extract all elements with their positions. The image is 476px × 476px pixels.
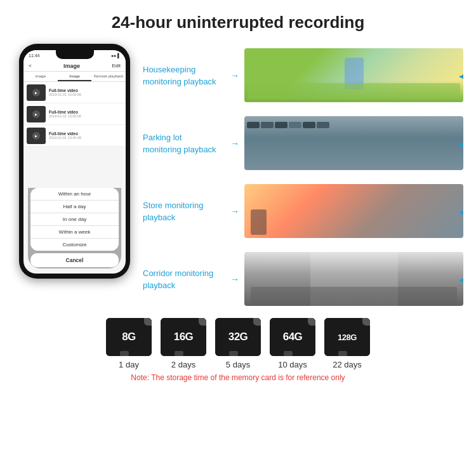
sd-size-8g: 8G: [122, 331, 136, 343]
phone-nav-title: Image: [63, 63, 80, 69]
sd-slot-128g: [338, 351, 347, 356]
phone-mockup: 11:44 ●● ▌ < Image Edit image Image Remo…: [19, 44, 130, 279]
storage-days-64g: 10 days: [278, 360, 307, 369]
sd-slot-8g: [120, 351, 129, 356]
sd-slot-64g: [284, 351, 293, 356]
phone-thumb-3: [27, 128, 46, 144]
phone-item-date-1: 2019-01-01 15:08:06: [49, 93, 81, 96]
store-arrow-icon: ◀: [459, 205, 463, 217]
phone-thumb-1: [27, 84, 46, 101]
phone-tab-image2[interactable]: Image: [58, 72, 92, 81]
sd-card-corner-32g: [253, 318, 261, 326]
monitoring-arrow-store: →: [230, 206, 239, 216]
phone-item-text-3: Full-time video 2019-01-01 13:40:08: [49, 131, 81, 140]
monitoring-image-corridor: ◀: [244, 252, 463, 306]
storage-note: Note: The storage time of the memory car…: [13, 373, 463, 382]
phone-edit[interactable]: Edit: [112, 63, 121, 69]
sd-slot-32g: [229, 351, 238, 356]
phone-notch: [56, 50, 94, 59]
monitoring-label-corridor: Corridor monitoringplayback: [143, 267, 225, 291]
monitoring-arrow-corridor: →: [230, 274, 239, 284]
phone-list-item-3[interactable]: Full-time video 2019-01-01 13:40:08: [23, 125, 126, 147]
monitoring-image-housekeeping: ◀: [244, 48, 463, 102]
monitoring-item-store: Store monitoringplayback → ◀: [143, 180, 463, 242]
monitoring-text-corridor: Corridor monitoringplayback: [143, 268, 213, 290]
monitoring-text-parking: Parking lotmonitoring playback: [143, 133, 216, 154]
monitoring-text-store: Store monitoringplayback: [143, 201, 203, 222]
storage-days-8g: 1 day: [119, 360, 139, 369]
popup-item-week[interactable]: Within a week: [30, 226, 119, 239]
storage-days-16g: 2 days: [171, 360, 195, 369]
phone-popup-inner: Within an hour Half a day In one day Wit…: [30, 188, 119, 251]
monitoring-label-parking: Parking lotmonitoring playback: [143, 131, 225, 155]
monitoring-image-parking: ◀: [244, 116, 463, 170]
monitoring-item-parking: Parking lotmonitoring playback → ◀: [143, 112, 463, 175]
phone-thumb-2: [27, 106, 46, 122]
monitoring-label-store: Store monitoringplayback: [143, 199, 225, 223]
play-icon-1: [32, 89, 40, 96]
page-title: 24-hour uninterrupted recording: [112, 13, 365, 32]
storage-cards: 8G 1 day 16G 2 days 32G 5: [13, 318, 463, 369]
popup-item-one-day[interactable]: In one day: [30, 213, 119, 226]
sd-card-corner-8g: [144, 318, 152, 326]
phone-tab-remote[interactable]: Remote playback: [91, 72, 126, 81]
phone-nav-bar: < Image Edit: [23, 60, 126, 72]
phone-container: 11:44 ●● ▌ < Image Edit image Image Remo…: [13, 44, 136, 310]
phone-item-text-1: Full-time video 2019-01-01 15:08:06: [49, 88, 81, 96]
phone-back[interactable]: <: [29, 63, 32, 69]
phone-list-item-1[interactable]: Full-time video 2019-01-01 15:08:06: [23, 82, 126, 103]
popup-cancel-button[interactable]: Cancel: [30, 253, 119, 267]
sd-card-corner-64g: [308, 318, 315, 326]
storage-card-16g: 16G 2 days: [161, 318, 206, 369]
phone-item-date-2: 2019-01-01 13:45:06: [49, 114, 81, 118]
housekeeping-arrow-icon: ◀: [459, 69, 463, 81]
storage-card-64g: 64G 10 days: [270, 318, 315, 369]
parking-arrow-icon: ◀: [459, 137, 463, 149]
storage-days-128g: 22 days: [333, 360, 362, 369]
phone-item-title-3: Full-time video: [49, 131, 81, 136]
monitoring-label-housekeeping: Housekeepingmonitoring playback: [143, 63, 225, 88]
sd-size-16g: 16G: [174, 331, 194, 343]
phone-list-item-2[interactable]: Full-time video 2019-01-01 13:45:06: [23, 103, 126, 125]
phone-screen: 11:44 ●● ▌ < Image Edit image Image Remo…: [23, 50, 126, 274]
phone-list-content: Full-time video 2019-01-01 15:08:06 Full…: [23, 82, 126, 274]
sd-size-64g: 64G: [283, 331, 303, 343]
storage-card-32g: 32G 5 days: [215, 318, 261, 369]
corridor-arrow-icon: ◀: [459, 273, 463, 285]
monitoring-text-housekeeping: Housekeepingmonitoring playback: [143, 65, 216, 86]
phone-item-title-2: Full-time video: [49, 110, 81, 114]
popup-item-customize[interactable]: Customize: [30, 239, 119, 251]
phone-time: 11:44: [29, 53, 40, 58]
play-icon-3: [32, 132, 40, 140]
phone-list: Full-time video 2019-01-01 15:08:06 Full…: [23, 82, 126, 147]
sd-card-64g: 64G: [270, 318, 315, 356]
storage-days-32g: 5 days: [226, 360, 250, 369]
popup-item-within-hour[interactable]: Within an hour: [30, 188, 119, 201]
sd-card-corner-128g: [362, 318, 370, 326]
phone-status-icons: ●● ▌: [111, 53, 121, 58]
sd-size-32g: 32G: [228, 331, 248, 343]
storage-section: 8G 1 day 16G 2 days 32G 5: [13, 310, 463, 382]
page-wrapper: 24-hour uninterrupted recording 11:44 ●●…: [0, 0, 476, 476]
monitoring-arrow-parking: →: [230, 138, 239, 149]
monitoring-item-corridor: Corridor monitoringplayback → ◀: [143, 248, 463, 310]
monitoring-item-housekeeping: Housekeepingmonitoring playback → ◀: [143, 44, 463, 107]
sd-card-128g: 128G: [324, 318, 370, 356]
middle-section: 11:44 ●● ▌ < Image Edit image Image Remo…: [13, 44, 463, 310]
sd-card-16g: 16G: [161, 318, 206, 356]
monitoring-image-store: ◀: [244, 184, 463, 238]
phone-item-text-2: Full-time video 2019-01-01 13:45:06: [49, 110, 81, 118]
storage-card-128g: 128G 22 days: [324, 318, 370, 369]
sd-card-32g: 32G: [215, 318, 261, 356]
phone-tab-image[interactable]: image: [23, 72, 58, 81]
sd-card-corner-16g: [199, 318, 206, 326]
right-section: Housekeepingmonitoring playback → ◀ Park…: [143, 44, 463, 310]
phone-item-date-3: 2019-01-01 13:40:08: [49, 136, 81, 140]
sd-slot-16g: [175, 351, 183, 356]
phone-tabs: image Image Remote playback: [23, 72, 126, 82]
monitoring-arrow-housekeeping: →: [230, 70, 239, 81]
storage-card-8g: 8G 1 day: [106, 318, 152, 369]
sd-size-128g: 128G: [338, 333, 357, 342]
phone-popup: Within an hour Half a day In one day Wit…: [28, 188, 121, 268]
popup-item-half-day[interactable]: Half a day: [30, 201, 119, 213]
